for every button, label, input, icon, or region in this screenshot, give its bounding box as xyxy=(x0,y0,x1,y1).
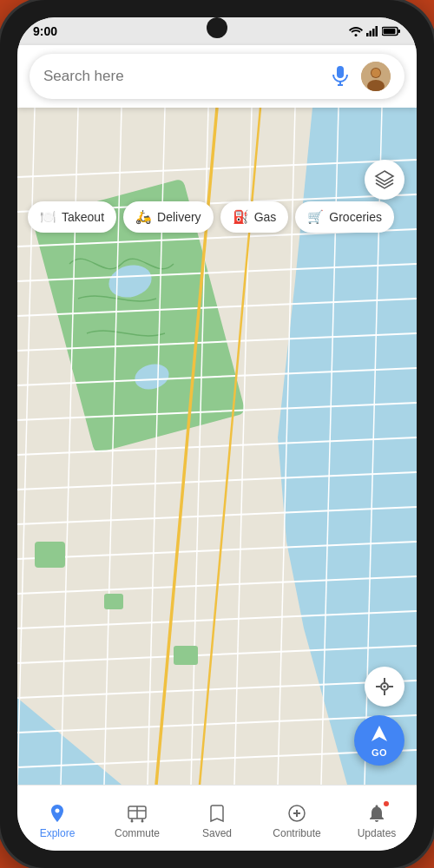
commute-icon xyxy=(126,802,148,825)
locate-button[interactable] xyxy=(365,667,404,707)
updates-badge xyxy=(382,799,391,808)
nav-item-saved[interactable]: Saved xyxy=(177,797,257,839)
go-button[interactable]: GO xyxy=(354,715,404,766)
svg-marker-58 xyxy=(372,726,387,741)
status-time: 9:00 xyxy=(33,24,57,38)
pill-takeout[interactable]: 🍽️ Takeout xyxy=(28,201,116,233)
updates-label: Updates xyxy=(358,827,397,839)
svg-rect-50 xyxy=(104,594,123,609)
gas-icon: ⛽ xyxy=(233,209,249,225)
search-input[interactable]: Search here xyxy=(43,68,319,85)
svg-rect-1 xyxy=(366,33,369,36)
svg-rect-8 xyxy=(337,66,344,78)
signal-icon xyxy=(366,26,378,36)
locate-icon xyxy=(374,676,395,697)
user-avatar[interactable] xyxy=(361,62,391,91)
updates-icon xyxy=(365,802,388,825)
category-pills: 🍽️ Takeout 🛵 Delivery ⛽ Gas 🛒 Groceries xyxy=(17,194,417,240)
svg-rect-49 xyxy=(174,646,198,665)
svg-point-0 xyxy=(355,34,358,36)
saved-icon xyxy=(206,802,228,825)
groceries-icon: 🛒 xyxy=(307,209,324,225)
pill-groceries-label: Groceries xyxy=(329,210,382,224)
pill-groceries[interactable]: 🛒 Groceries xyxy=(295,201,394,233)
svg-rect-6 xyxy=(384,29,396,34)
svg-rect-48 xyxy=(35,542,65,568)
nav-item-contribute[interactable]: Contribute xyxy=(257,797,337,839)
contribute-icon xyxy=(286,802,308,825)
nav-item-commute[interactable]: Commute xyxy=(97,797,177,839)
wifi-icon xyxy=(349,26,363,36)
pill-gas[interactable]: ⛽ Gas xyxy=(220,201,289,233)
pill-delivery[interactable]: 🛵 Delivery xyxy=(123,201,214,233)
mic-icon[interactable] xyxy=(328,64,352,89)
delivery-icon: 🛵 xyxy=(135,209,152,225)
saved-label: Saved xyxy=(202,827,232,839)
explore-icon xyxy=(46,802,69,825)
nav-item-explore[interactable]: Explore xyxy=(17,797,97,839)
map-area[interactable]: 🍽️ Takeout 🛵 Delivery ⛽ Gas 🛒 Groceries xyxy=(17,108,417,785)
explore-label: Explore xyxy=(40,827,76,839)
search-container: Search here xyxy=(17,45,417,108)
pill-takeout-label: Takeout xyxy=(62,210,104,224)
go-label: GO xyxy=(372,747,387,758)
phone-frame: 9:00 xyxy=(0,0,434,868)
status-icons xyxy=(349,26,401,36)
camera-notch xyxy=(207,17,227,38)
status-bar: 9:00 xyxy=(17,17,417,45)
svg-rect-4 xyxy=(376,26,378,36)
nav-item-updates[interactable]: Updates xyxy=(337,797,417,839)
layers-icon xyxy=(374,169,395,190)
commute-label: Commute xyxy=(115,827,160,839)
svg-marker-51 xyxy=(376,171,393,181)
svg-point-14 xyxy=(372,69,380,77)
layers-button[interactable] xyxy=(365,160,404,200)
search-bar[interactable]: Search here xyxy=(30,54,404,99)
go-arrow-icon xyxy=(370,724,389,747)
svg-rect-2 xyxy=(370,31,372,37)
svg-rect-3 xyxy=(372,29,375,36)
svg-rect-7 xyxy=(398,30,401,33)
pill-delivery-label: Delivery xyxy=(157,210,201,224)
svg-point-53 xyxy=(384,686,386,688)
contribute-label: Contribute xyxy=(273,827,320,839)
pill-gas-label: Gas xyxy=(254,210,277,224)
battery-icon xyxy=(382,26,401,36)
takeout-icon: 🍽️ xyxy=(40,209,56,225)
bottom-nav: Explore Commute xyxy=(17,785,417,851)
phone-screen: 9:00 xyxy=(17,17,417,851)
